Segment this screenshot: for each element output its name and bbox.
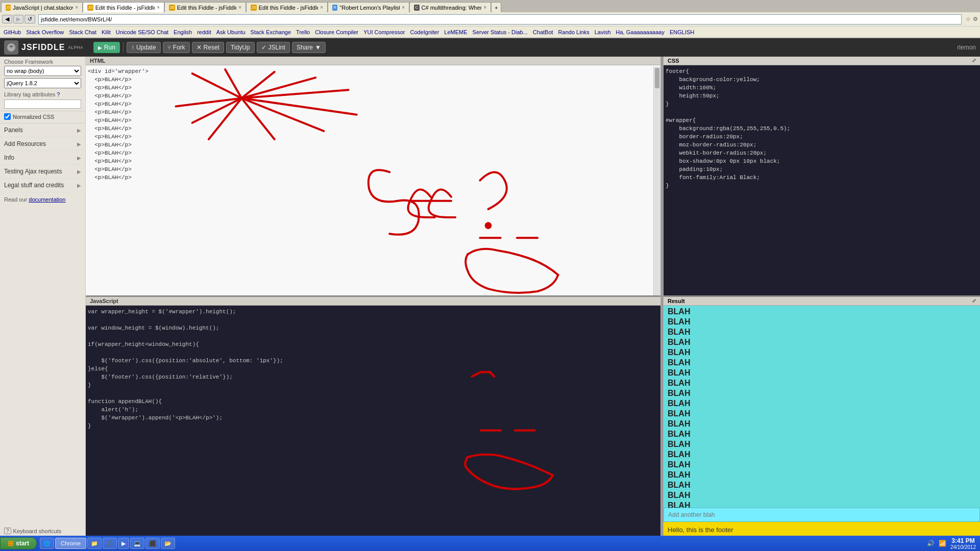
bookmark-unicode[interactable]: Unicode SE/SO Chat xyxy=(114,29,170,36)
blah-item-3: BLAH xyxy=(664,327,980,337)
panels-arrow-icon: ▶ xyxy=(77,128,81,133)
bookmark-stackexchange[interactable]: Stack Exchange xyxy=(249,29,293,36)
bookmark-askubuntu[interactable]: Ask Ubuntu xyxy=(215,29,247,36)
taskbar-clock: 3:41 PM 24/10/2012 xyxy=(950,537,976,538)
address-bar[interactable] xyxy=(38,14,962,24)
js-editor-content[interactable]: var wrapper_height = $('#wrapper').heigh… xyxy=(86,306,660,537)
bookmark-stackchat[interactable]: Stack Chat xyxy=(67,29,98,36)
bookmark-server[interactable]: Server Status - Diab... xyxy=(471,29,529,36)
normalized-css-label: Normalized CSS xyxy=(13,114,54,120)
html-code: <div id='wrapper'> <p>BLAH</p> <p>BLAH</… xyxy=(86,65,660,184)
normalized-css-checkbox[interactable] xyxy=(4,113,11,120)
tab-close-6[interactable]: × xyxy=(483,5,486,10)
jsfiddle-header: JSFIDDLE ALPHA Run ↑ Update ⑂ Fork ✕ Res… xyxy=(0,38,980,57)
bookmark-english[interactable]: English xyxy=(172,29,193,36)
panels-item[interactable]: Panels ▶ xyxy=(0,123,85,137)
blah-item-15: BLAH xyxy=(664,449,980,460)
forward-button[interactable]: ▶ xyxy=(13,15,23,23)
update-icon: ↑ xyxy=(131,44,134,51)
logo-text: JSFIDDLE xyxy=(21,43,65,52)
blah-item-18: BLAH xyxy=(664,480,980,490)
legal-item[interactable]: Legal stuff and credits ▶ xyxy=(0,179,85,192)
bookmark-lememe[interactable]: LeMEME xyxy=(443,29,469,36)
user-badge[interactable]: rlemon xyxy=(957,44,976,51)
wrench-icon[interactable]: ⚙ xyxy=(973,16,978,22)
bookmark-lavish[interactable]: Lavish xyxy=(593,29,612,36)
tab-close-5[interactable]: × xyxy=(402,5,405,10)
normalized-css-section: Normalized CSS xyxy=(0,111,85,123)
library-input[interactable] xyxy=(4,99,81,109)
back-button[interactable]: ◀ xyxy=(2,15,12,23)
bookmark-english2[interactable]: ENGLISH xyxy=(668,29,696,36)
bookmark-chatbot[interactable]: ChatBot xyxy=(531,29,555,36)
bookmark-ha[interactable]: Ha, Gaaaaaaaaaay xyxy=(615,29,666,36)
jslint-button[interactable]: ✓ JSLint xyxy=(257,42,290,53)
code-editors: HTML <div id='wrapper'> <p>BLAH</p> <p>B… xyxy=(86,57,660,537)
result-label: Result ⤢ xyxy=(664,297,980,306)
bookmark-closure[interactable]: Closure Compiler xyxy=(313,29,360,36)
share-button[interactable]: Share ▼ xyxy=(292,42,326,53)
jquery-select[interactable]: jQuery 1.8.2 xyxy=(4,78,81,88)
blah-item-17: BLAH xyxy=(664,470,980,480)
blah-item-5: BLAH xyxy=(664,347,980,358)
tab-close-4[interactable]: × xyxy=(320,5,323,10)
tab-new[interactable]: + xyxy=(491,2,501,12)
toolbar-divider xyxy=(123,42,124,53)
bookmark-kilit[interactable]: Kilit xyxy=(100,29,112,36)
add-blah-input[interactable] xyxy=(664,508,980,522)
blah-item-12: BLAH xyxy=(664,419,980,429)
result-expand-icon[interactable]: ⤢ xyxy=(972,298,976,304)
check-icon: ✓ xyxy=(261,44,266,51)
taskbar-tray: 🔊 📶 3:41 PM 24/10/2012 xyxy=(923,537,980,538)
editors-result-container: HTML <div id='wrapper'> <p>BLAH</p> <p>B… xyxy=(86,57,980,537)
tab-close-1[interactable]: × xyxy=(75,5,78,10)
tab-5[interactable]: R "Robert Lemon's Playlist 1... × xyxy=(328,2,409,12)
keyboard-icon: ? xyxy=(4,528,11,534)
css-code: footer{ background-color:yellow; width:1… xyxy=(664,65,980,192)
reset-button[interactable]: ✕ Reset xyxy=(192,42,224,53)
taskbar: ⊞ start 🌐 Chrome 📁 🎵 ▶ 💻 ⬛ 📂 🔊 📶 3:41 PM… xyxy=(0,536,980,537)
nav-bar: ◀ ▶ ↺ ☆ ⚙ xyxy=(0,12,980,27)
run-button[interactable]: Run xyxy=(93,42,120,53)
add-resources-item[interactable]: Add Resources ▶ xyxy=(0,137,85,151)
framework-select[interactable]: no wrap (body) xyxy=(4,66,81,76)
bookmark-stackoverflow[interactable]: Stack Overflow xyxy=(24,29,65,36)
tab-2[interactable]: JS Edit this Fiddle - jsFiddle × xyxy=(83,2,164,12)
result-content: BLAH BLAH BLAH BLAH BLAH BLAH BLAH BLAH … xyxy=(664,306,980,537)
bookmark-github[interactable]: GitHub xyxy=(2,29,22,36)
doc-link-anchor[interactable]: documentation xyxy=(29,196,65,203)
tab-close-2[interactable]: × xyxy=(157,5,160,10)
tab-3[interactable]: JS Edit this Fiddle - jsFiddle × xyxy=(164,2,246,12)
tab-4[interactable]: JS Edit this Fiddle - jsFiddle × xyxy=(246,2,328,12)
tab-1[interactable]: JS JavaScript | chat.stackove... × xyxy=(1,2,83,12)
bookmark-star[interactable]: ☆ xyxy=(966,16,971,22)
framework-section: Choose Framework no wrap (body) jQuery 1… xyxy=(0,57,85,111)
bookmark-yui[interactable]: YUI Compressor xyxy=(362,29,406,36)
testing-ajax-item[interactable]: Testing Ajax requests ▶ xyxy=(0,165,85,179)
browser-chrome: JS JavaScript | chat.stackove... × JS Ed… xyxy=(0,0,980,38)
bookmark-rando[interactable]: Rando Links xyxy=(557,29,591,36)
bookmark-codeigniter[interactable]: CodeIgniter xyxy=(408,29,440,36)
tidyup-button[interactable]: TidyUp xyxy=(226,42,255,53)
html-editor-pane: HTML <div id='wrapper'> <p>BLAH</p> <p>B… xyxy=(86,57,660,297)
js-code: var wrapper_height = $('#wrapper').heigh… xyxy=(86,306,660,432)
bookmark-reddit[interactable]: reddit xyxy=(195,29,213,36)
css-editor-content[interactable]: footer{ background-color:yellow; width:1… xyxy=(664,65,980,295)
tab-close-3[interactable]: × xyxy=(238,5,241,10)
fork-button[interactable]: ⑂ Fork xyxy=(163,42,190,53)
html-scrollbar-thumb[interactable] xyxy=(655,68,659,88)
library-tooltip-icon[interactable]: ? xyxy=(57,91,60,97)
css-editor-label: CSS ⤢ xyxy=(664,57,980,65)
html-scrollbar[interactable] xyxy=(653,67,660,295)
blah-list: BLAH BLAH BLAH BLAH BLAH BLAH BLAH BLAH … xyxy=(664,306,980,508)
info-item[interactable]: Info ▶ xyxy=(0,151,85,165)
css-expand-icon[interactable]: ⤢ xyxy=(972,58,976,64)
html-editor-content[interactable]: <div id='wrapper'> <p>BLAH</p> <p>BLAH</… xyxy=(86,65,660,295)
reload-button[interactable]: ↺ xyxy=(24,15,35,23)
bookmark-trello[interactable]: Trello xyxy=(295,29,311,36)
js-editor-label: JavaScript xyxy=(86,297,660,306)
blah-item-9: BLAH xyxy=(664,388,980,398)
blah-item-11: BLAH xyxy=(664,409,980,419)
update-button[interactable]: ↑ Update xyxy=(127,42,161,53)
tab-6[interactable]: C C# multithreading: When ... × xyxy=(409,2,491,12)
